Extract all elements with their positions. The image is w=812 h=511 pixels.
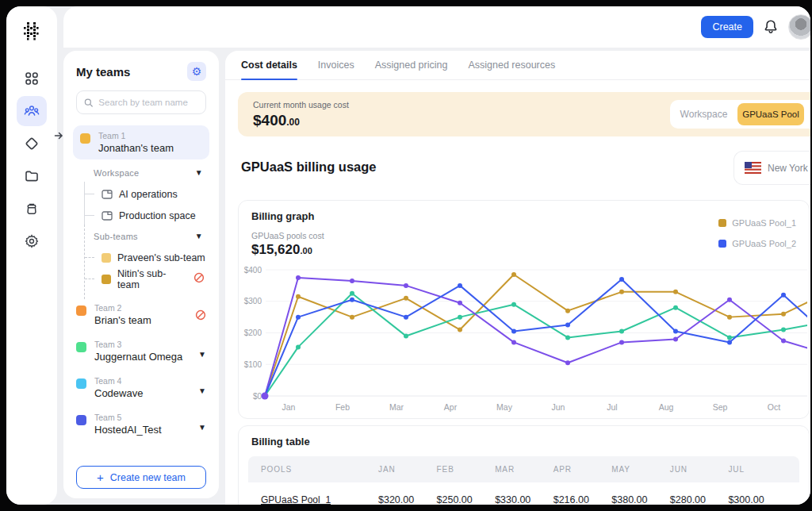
team-label: Team 2 xyxy=(94,303,151,313)
billing-line-chart: $0$100$200$300$400JanFebMarAprMayJunJulA… xyxy=(242,263,807,415)
team-item[interactable]: Team 3Juggernaut Omega▼ xyxy=(76,340,206,363)
app-screen: Create My teams ⚙ Team 1 Jonathan's team xyxy=(6,6,810,505)
pool-cell: GPUaaS Pool_1 xyxy=(261,494,378,505)
subteam-item[interactable]: Praveen's sub-team xyxy=(84,247,206,268)
team-search-input[interactable] xyxy=(98,98,198,107)
team-people-icon xyxy=(23,102,40,120)
workspace-item[interactable]: AI operations xyxy=(84,183,206,205)
svg-text:Apr: Apr xyxy=(444,402,458,412)
subteams-group-row[interactable]: Sub-teams ▼ xyxy=(84,226,206,247)
expand-chevron[interactable]: ▼ xyxy=(198,419,206,433)
table-column-header: JAN xyxy=(378,465,437,474)
workspace-item-label: Production space xyxy=(119,210,196,221)
expand-chevron[interactable]: ▼ xyxy=(198,346,206,360)
toggle-option-gpuaas-pool[interactable]: GPUaaS Pool xyxy=(737,103,804,125)
notifications-bell-icon[interactable] xyxy=(761,17,780,36)
diamond-icon xyxy=(24,136,40,152)
team-color-swatch xyxy=(76,378,86,389)
table-column-header: MAR xyxy=(495,465,553,474)
toggle-option-workspace[interactable]: Workspace xyxy=(670,100,737,129)
legend-item: GPUaaS Pool_2 xyxy=(718,239,796,248)
svg-text:Aug: Aug xyxy=(659,402,674,412)
team-item-selected[interactable]: Team 1 Jonathan's team xyxy=(73,125,209,159)
svg-text:$300: $300 xyxy=(244,297,262,305)
svg-text:Jan: Jan xyxy=(282,402,296,412)
table-column-header: APR xyxy=(553,465,612,474)
pool-link[interactable]: GPUaaS Pool_1 xyxy=(261,494,331,505)
svg-text:$0: $0 xyxy=(253,392,262,401)
legend-swatch xyxy=(718,219,726,227)
tab-assigned-pricing[interactable]: Assigned pricing xyxy=(375,51,448,79)
main-content: Cost detailsInvoicesAssigned pricingAssi… xyxy=(225,51,810,505)
billing-table-title: Billing table xyxy=(251,436,310,448)
teams-panel-title: My teams xyxy=(76,65,130,79)
table-header-row: POOLSJANFEBMARAPRMAYJUNJUL xyxy=(248,456,799,482)
chevron-down-icon: ▼ xyxy=(195,169,203,177)
tab-assigned-resources[interactable]: Assigned resources xyxy=(468,51,555,79)
table-column-header: FEB xyxy=(437,465,496,474)
teams-panel: My teams ⚙ Team 1 Jonathan's team Worksp… xyxy=(63,51,219,498)
workspace-group-row[interactable]: Workspace ▼ xyxy=(84,163,206,183)
table-cell: $320.00 xyxy=(378,494,437,505)
tab-bar: Cost detailsInvoicesAssigned pricingAssi… xyxy=(225,51,810,80)
table-column-header: JUN xyxy=(670,465,729,474)
team-tree: Workspace ▼ AI operationsProduction spac… xyxy=(84,163,206,290)
team-text: Team 2Brian's team xyxy=(94,303,151,326)
workspace-item[interactable]: Production space xyxy=(84,205,206,226)
workspace-item-label: AI operations xyxy=(119,189,178,200)
nav-item-projects[interactable] xyxy=(17,129,47,159)
team-color-swatch xyxy=(102,275,111,284)
subteams-group-label: Sub-teams xyxy=(94,232,138,241)
create-new-team-button[interactable]: + Create new team xyxy=(76,466,206,489)
team-item[interactable]: Team 5HostedAI_Test▼ xyxy=(76,413,206,436)
team-item[interactable]: Team 4Codewave▼ xyxy=(76,376,206,399)
legend-item: GPUaaS Pool_1 xyxy=(718,218,796,228)
team-name: Brian's team xyxy=(94,314,151,326)
table-cell: $300.00 xyxy=(728,494,787,505)
subteam-label: Praveen's sub-team xyxy=(117,252,205,263)
legend-label: GPUaaS Pool_1 xyxy=(732,218,796,228)
chevron-down-icon: ▼ xyxy=(198,423,206,432)
nav-item-storage[interactable] xyxy=(17,194,47,224)
svg-text:Jun: Jun xyxy=(552,402,565,412)
table-column-header: POOLS xyxy=(261,465,378,474)
team-text: Team 3Juggernaut Omega xyxy=(94,340,182,363)
team-color-swatch xyxy=(76,342,86,352)
expand-chevron[interactable]: ▼ xyxy=(198,382,206,397)
region-selector[interactable]: New York xyxy=(733,151,810,185)
workspace-window-icon xyxy=(102,211,113,221)
legend-label: GPUaaS Pool_2 xyxy=(732,239,796,248)
team-item[interactable]: Team 2Brian's team xyxy=(76,303,206,326)
subteam-item[interactable]: Nitin's sub-team xyxy=(84,268,206,290)
teams-settings-button[interactable]: ⚙ xyxy=(187,62,206,81)
workspace-window-icon xyxy=(102,190,113,199)
blocked-indicator xyxy=(193,272,205,286)
chevron-down-icon: ▼ xyxy=(198,386,206,395)
tab-invoices[interactable]: Invoices xyxy=(318,51,354,79)
chevron-down-icon: ▼ xyxy=(198,350,206,359)
team-label: Team 3 xyxy=(94,340,182,349)
team-label: Team 4 xyxy=(94,376,143,386)
settings-gear-icon xyxy=(24,233,40,249)
subteam-label: Nitin's sub-team xyxy=(117,268,187,290)
svg-text:$200: $200 xyxy=(244,328,262,337)
workspace-group-label: Workspace xyxy=(94,168,140,178)
table-column-header: JUL xyxy=(728,465,787,474)
blocked-icon xyxy=(195,309,206,321)
tab-cost-details[interactable]: Cost details xyxy=(241,51,297,79)
nav-item-settings[interactable] xyxy=(17,226,47,256)
nav-item-folders[interactable] xyxy=(17,161,47,191)
folder-icon xyxy=(24,168,40,184)
billing-table-card: Billing table POOLSJANFEBMARAPRMAYJUNJUL… xyxy=(238,425,810,505)
user-avatar[interactable] xyxy=(788,14,810,40)
team-name: HostedAI_Test xyxy=(94,424,162,436)
team-label: Team 1 xyxy=(98,131,174,140)
nav-item-apps[interactable] xyxy=(17,63,47,94)
create-button[interactable]: Create xyxy=(701,16,753,38)
team-name: Codewave xyxy=(94,387,143,399)
nav-item-teams[interactable] xyxy=(17,96,47,126)
billing-graph-card: Billing graph GPUaaS pools cost $15,620.… xyxy=(238,200,810,419)
usage-cost-amount: $400.00 xyxy=(253,112,300,129)
chart-legend: GPUaaS Pool_1GPUaaS Pool_2 xyxy=(718,218,796,248)
create-new-team-label: Create new team xyxy=(110,472,186,483)
